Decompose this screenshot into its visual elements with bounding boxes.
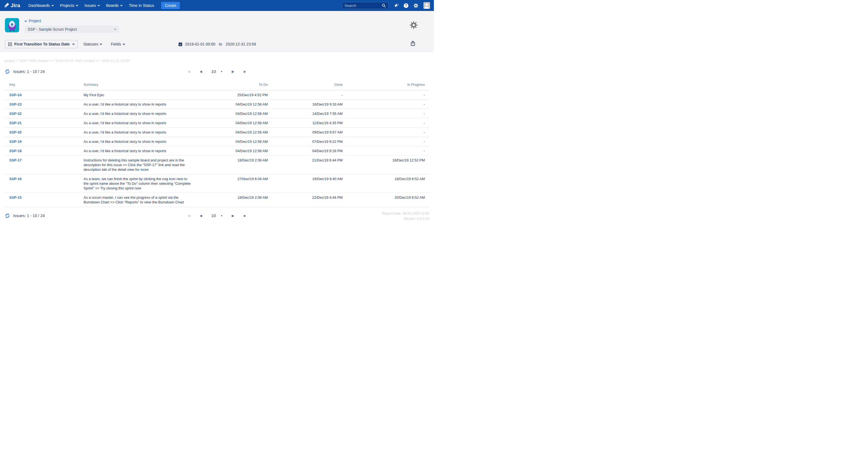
todo-date: 04/Dec/19 12:58 AM [195, 137, 272, 146]
in-progress-date: 18/Dec/19 12:52 PM [347, 156, 429, 174]
jira-logo[interactable]: Jira [4, 2, 20, 8]
settings-gear-icon[interactable] [413, 3, 418, 8]
chevron-down-icon [72, 42, 74, 45]
in-progress-date: - [347, 90, 429, 100]
pagination-first-icon[interactable]: « [188, 213, 190, 218]
issue-key-link[interactable]: SSP-20 [9, 130, 22, 134]
chevron-down-icon [114, 27, 116, 30]
issue-key-link[interactable]: SSP-15 [9, 195, 22, 200]
feedback-megaphone-icon[interactable] [394, 3, 399, 8]
issue-key-link[interactable]: SSP-22 [9, 112, 22, 116]
issue-key-link[interactable]: SSP-19 [9, 140, 22, 144]
issue-summary: As a team, we can finish the sprint by c… [79, 174, 195, 193]
done-date: 11/Dec/19 4:35 PM [272, 118, 347, 128]
nav-item-label: Projects [60, 3, 74, 8]
date-to: 2020-12-31 23:59 [225, 42, 256, 46]
issue-key-link[interactable]: SSP-16 [9, 177, 22, 181]
issue-summary: As a user, I'd like a historical story t… [79, 109, 195, 118]
issue-summary: My First Epic [79, 90, 195, 100]
report-type-dropdown[interactable]: First Transition To Status Date [5, 40, 78, 48]
table-row: SSP-21 As a user, I'd like a historical … [5, 118, 429, 128]
top-nav-bar: Jira Dashboards Projects Issues Boards T… [0, 0, 434, 11]
column-header-summary: Summary [79, 80, 195, 90]
statuses-dropdown[interactable]: Statuses [83, 42, 102, 46]
in-progress-date: - [347, 100, 429, 109]
project-select[interactable]: SSP - Sample Scrum Project [25, 26, 119, 33]
results-toolbar-top: Issues: 1 - 10 / 24 « ◀ 10 ▼ ▶ » [0, 68, 434, 75]
search-box[interactable] [342, 2, 389, 9]
refresh-icon[interactable] [5, 213, 10, 218]
fields-dropdown[interactable]: Fields [111, 42, 124, 46]
issue-key-link[interactable]: SSP-23 [9, 102, 22, 107]
column-header-key: Key [5, 80, 79, 90]
help-icon[interactable]: ? [404, 3, 408, 8]
chevron-down-icon [100, 42, 102, 45]
pagination-first-icon[interactable]: « [188, 69, 190, 74]
pagination-next-icon[interactable]: ▶ [232, 214, 234, 218]
nav-item-time-in-status[interactable]: Time in Status [129, 3, 154, 8]
search-icon[interactable] [381, 3, 386, 8]
issue-key-link[interactable]: SSP-24 [9, 93, 22, 97]
nav-item-issues[interactable]: Issues [85, 3, 99, 8]
in-progress-date: 18/Dec/19 6:52 AM [347, 174, 429, 193]
nav-item-label: Boards [106, 3, 119, 8]
version-label: Version: 4.6.0.14 [382, 216, 429, 221]
done-date: 09/Dec/19 9:57 AM [272, 128, 347, 137]
issue-summary: As a user, I'd like a historical story t… [79, 128, 195, 137]
issue-key-link[interactable]: SSP-18 [9, 149, 22, 153]
table-row: SSP-15 As a scrum master, I can see the … [5, 193, 429, 207]
done-date: 22/Dec/19 4:44 PM [272, 193, 347, 207]
report-settings-gear-icon[interactable] [409, 21, 418, 29]
refresh-icon[interactable] [5, 69, 10, 74]
todo-date: 18/Dec/19 2:08 AM [195, 193, 272, 207]
pagination-prev-icon[interactable]: ◀ [199, 70, 202, 73]
issue-summary: As a user, I'd like a historical story t… [79, 100, 195, 109]
pagination-last-icon[interactable]: » [243, 213, 246, 218]
nav-item-dashboards[interactable]: Dashboards [29, 3, 54, 8]
done-date: 16/Dec/19 9:33 AM [272, 100, 347, 109]
date-separator: to [219, 42, 222, 46]
nav-item-projects[interactable]: Projects [60, 3, 78, 8]
date-range-picker[interactable]: 2019-01-01 00:00 to 2020-12-31 23:59 [178, 42, 256, 47]
table-row: SSP-16 As a team, we can finish the spri… [5, 174, 429, 193]
project-collapse-link[interactable]: Project [25, 19, 119, 23]
search-input[interactable] [344, 4, 381, 8]
issue-summary: As a scrum master, I can see the progres… [79, 193, 195, 207]
column-header-in-progress: In Progress [347, 80, 429, 90]
table-row: SSP-23 As a user, I'd like a historical … [5, 100, 429, 109]
create-button[interactable]: Create [161, 2, 180, 9]
page-size-select[interactable]: 10 ▼ [211, 213, 222, 218]
export-icon[interactable] [410, 40, 415, 47]
table-row: SSP-19 As a user, I'd like a historical … [5, 137, 429, 146]
jira-logo-icon [4, 3, 9, 8]
chevron-down-icon [120, 4, 123, 6]
page-size-select[interactable]: 10 ▼ [211, 69, 222, 74]
issue-summary: As a user, I'd like a historical story t… [79, 146, 195, 156]
pagination-next-icon[interactable]: ▶ [232, 70, 234, 73]
report-date-label: Report Date: 06.01.2020 12:45 [382, 211, 429, 216]
issue-summary: As a user, I'd like a historical story t… [79, 118, 195, 128]
done-date: 04/Dec/19 9:28 PM [272, 146, 347, 156]
done-date: 14/Dec/19 7:55 AM [272, 109, 347, 118]
pagination-last-icon[interactable]: » [243, 69, 246, 74]
issues-table: Key Summary To Do Done In Progress SSP-2… [5, 80, 429, 207]
project-avatar [5, 18, 19, 32]
in-progress-date: - [347, 146, 429, 156]
todo-date: 04/Dec/19 12:58 AM [195, 118, 272, 128]
user-avatar[interactable] [424, 2, 430, 9]
issue-key-link[interactable]: SSP-21 [9, 121, 22, 125]
todo-date: 04/Dec/19 12:58 AM [195, 128, 272, 137]
nav-item-label: Time in Status [129, 3, 154, 8]
column-header-done: Done [272, 80, 347, 90]
in-progress-date: - [347, 118, 429, 128]
report-header-section: Project SSP - Sample Scrum Project [0, 11, 434, 52]
nav-item-boards[interactable]: Boards [106, 3, 122, 8]
pagination-prev-icon[interactable]: ◀ [199, 214, 202, 218]
issue-key-link[interactable]: SSP-17 [9, 158, 22, 162]
caret-down-icon: ▼ [221, 70, 223, 73]
table-row: SSP-22 As a user, I'd like a historical … [5, 109, 429, 118]
chevron-down-icon [25, 20, 27, 22]
done-date: 07/Dec/19 9:22 PM [272, 137, 347, 146]
todo-date: 04/Dec/19 12:58 AM [195, 146, 272, 156]
project-select-value: SSP - Sample Scrum Project [28, 27, 77, 32]
